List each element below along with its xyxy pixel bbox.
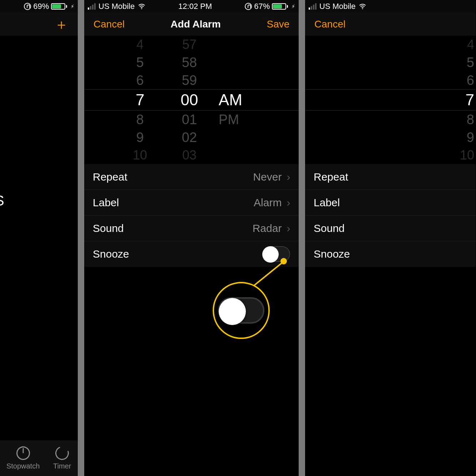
tab-label: Timer — [53, 462, 71, 470]
row-repeat[interactable]: Repeat — [305, 164, 476, 190]
row-value: Alarm — [254, 197, 282, 209]
battery-percent: 67% — [254, 2, 270, 11]
add-alarm-button[interactable]: ＋ — [54, 15, 69, 34]
row-value: Never — [253, 171, 282, 183]
charging-icon: ⚡︎ — [292, 4, 295, 9]
row-label: Repeat — [93, 171, 127, 183]
picker-ampm[interactable]: AM PM — [215, 36, 262, 164]
time-picker[interactable]: 4 5 6 7 8 9 10 — [305, 36, 476, 164]
tab-timer[interactable]: Timer — [53, 446, 71, 470]
status-time: 12:02 PM — [146, 2, 245, 11]
row-label: Snooze — [93, 248, 129, 260]
row-label[interactable]: Label Alarm› — [84, 190, 299, 216]
page-title: Add Alarm — [171, 19, 221, 30]
row-label: Label — [93, 197, 119, 209]
chevron-right-icon: › — [287, 197, 290, 209]
picker-hours[interactable]: 4 5 6 7 8 9 10 — [116, 36, 163, 164]
screen-add-alarm: US Mobile 12:02 PM 67% ⚡︎ Cancel Add Ala… — [84, 0, 299, 476]
tab-stopwatch[interactable]: Stopwatch — [6, 446, 40, 470]
row-label: Label — [314, 197, 340, 209]
row-label: Snooze — [314, 248, 350, 260]
tab-bar: Stopwatch Timer — [0, 440, 78, 476]
alarm-options-list: Repeat Label Sound Snooze — [305, 164, 476, 267]
row-label[interactable]: Label — [305, 190, 476, 216]
alarm-options-list: Repeat Never› Label Alarm› Sound Radar› … — [84, 164, 299, 267]
row-value: Radar — [253, 222, 282, 234]
status-bar: US Mobile 12:02 PM 67% ⚡︎ — [84, 0, 299, 13]
row-sound[interactable]: Sound Radar› — [84, 216, 299, 241]
svg-point-2 — [362, 8, 363, 9]
row-repeat[interactable]: Repeat Never› — [84, 164, 299, 190]
time-picker[interactable]: 4 5 6 7 8 9 10 57 58 59 00 01 02 03 — [84, 36, 299, 164]
timer-icon — [53, 444, 71, 462]
wifi-icon — [138, 2, 146, 10]
screen-alarm-list-partial: 69% ⚡︎ ＋ S Stopwatch Timer — [0, 0, 78, 476]
callout-highlight — [213, 282, 270, 339]
stopwatch-icon — [16, 446, 30, 460]
callout-snooze-toggle — [218, 297, 264, 324]
tab-label: Stopwatch — [6, 462, 40, 470]
cancel-button[interactable]: Cancel — [314, 19, 345, 30]
row-label: Sound — [314, 222, 345, 234]
battery-icon — [51, 3, 67, 10]
battery-percent: 69% — [33, 2, 49, 11]
picker-minutes[interactable]: 57 58 59 00 01 02 03 — [166, 36, 213, 164]
cellular-signal-icon — [88, 3, 96, 10]
chevron-right-icon: › — [287, 222, 290, 234]
rotation-lock-icon — [245, 3, 252, 10]
toggle-knob — [219, 298, 246, 325]
section-header-partial: S — [0, 193, 4, 209]
screen-add-alarm-partial: US Mobile Cancel 4 5 6 7 8 9 10 Repeat L… — [305, 0, 476, 476]
panel-divider — [78, 0, 84, 476]
cancel-button[interactable]: Cancel — [93, 19, 125, 30]
panel-divider — [299, 0, 305, 476]
navbar: Cancel — [305, 13, 476, 36]
svg-point-0 — [141, 8, 142, 9]
charging-icon: ⚡︎ — [71, 4, 74, 9]
row-label: Repeat — [314, 171, 348, 183]
svg-line-1 — [254, 261, 284, 285]
navbar: ＋ — [0, 13, 78, 36]
cellular-signal-icon — [309, 3, 317, 10]
row-label: Sound — [93, 222, 124, 234]
status-bar: US Mobile — [305, 0, 476, 13]
navbar: Cancel Add Alarm Save — [84, 13, 299, 36]
save-button[interactable]: Save — [267, 19, 290, 30]
wifi-icon — [359, 2, 366, 10]
status-bar: 69% ⚡︎ — [0, 0, 78, 13]
rotation-lock-icon — [24, 3, 31, 10]
multi-screenshot-layout: 69% ⚡︎ ＋ S Stopwatch Timer — [0, 0, 476, 476]
carrier-name: US Mobile — [98, 2, 135, 11]
row-sound[interactable]: Sound — [305, 216, 476, 241]
chevron-right-icon: › — [287, 171, 290, 183]
picker-hours[interactable]: 4 5 6 7 8 9 10 — [449, 36, 474, 164]
row-snooze: Snooze — [305, 241, 476, 267]
carrier-name: US Mobile — [319, 2, 355, 11]
battery-icon — [272, 3, 288, 10]
